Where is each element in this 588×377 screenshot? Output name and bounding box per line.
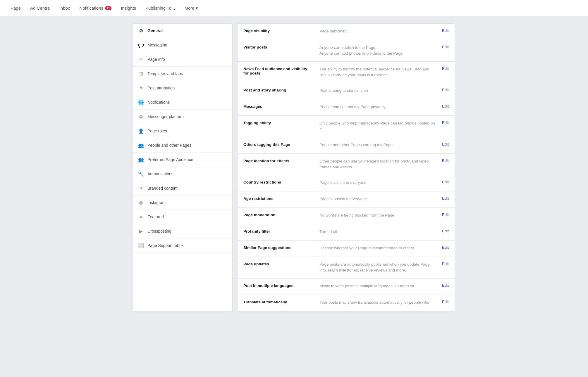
settings-label-age-restrictions: Age restrictions <box>243 196 314 201</box>
settings-row-translate-automatically: Translate automaticallyYour posts may sh… <box>238 295 455 311</box>
settings-value-translate-automatically: Your posts may show translations automat… <box>314 300 442 305</box>
sidebar-item-post-attribution[interactable]: ⚑Post attribution <box>133 81 232 95</box>
settings-edit-visitor-posts[interactable]: Edit <box>442 45 449 49</box>
sidebar-item-templates[interactable]: ⊞Templates and tabs <box>133 67 232 81</box>
settings-row-news-feed-audience: News Feed audience and visibility for po… <box>238 62 455 83</box>
sidebar-label-messenger-platform: Messenger platform <box>147 114 184 119</box>
settings-edit-profanity-filter[interactable]: Edit <box>442 229 449 233</box>
sidebar-item-page-support[interactable]: ⬜Page Support Inbox <box>133 238 232 253</box>
sidebar-icon-crossposting: ▶ <box>138 228 144 234</box>
sidebar-item-featured[interactable]: ★Featured <box>133 210 232 224</box>
sidebar-icon-notifications: 🌐 <box>138 99 144 105</box>
settings-value-visitor-posts: Anyone can publish to the Page. Anyone c… <box>314 45 442 57</box>
sidebar-label-general: General <box>147 28 163 33</box>
settings-edit-country-restrictions[interactable]: Edit <box>442 180 449 184</box>
sidebar-item-page-roles[interactable]: 👤Page roles <box>133 124 232 138</box>
sidebar-icon-messaging: 💬 <box>138 42 144 48</box>
settings-row-page-visibility: Page visibilityPage publishedEdit <box>238 24 455 40</box>
settings-row-profanity-filter: Profanity filterTurned offEdit <box>238 224 455 241</box>
sidebar-icon-featured: ★ <box>138 214 144 220</box>
settings-value-page-visibility: Page published <box>314 28 442 34</box>
sidebar-item-messaging[interactable]: 💬Messaging <box>133 38 232 52</box>
settings-label-profanity-filter: Profanity filter <box>243 229 314 234</box>
settings-value-similar-page-suggestions: Choose whether your Page is recommended … <box>314 245 442 251</box>
sidebar-label-preferred-audience: Preferred Page Audience <box>147 157 193 162</box>
sidebar-label-page-info: Page Info <box>147 57 165 62</box>
nav-item-inbox[interactable]: Inbox <box>55 0 75 16</box>
sidebar-item-crossposting[interactable]: ▶Crossposting <box>133 224 232 238</box>
settings-edit-age-restrictions[interactable]: Edit <box>442 196 449 200</box>
sidebar-label-page-support: Page Support Inbox <box>147 243 184 248</box>
settings-edit-tagging-ability[interactable]: Edit <box>442 120 449 125</box>
nav-label-insights: Insights <box>121 6 136 11</box>
settings-edit-page-visibility[interactable]: Edit <box>442 28 449 33</box>
settings-value-tagging-ability: Only people who help manage my Page can … <box>314 120 442 132</box>
sidebar-item-authorisations[interactable]: 🔧Authorisations <box>133 167 232 181</box>
nav-items: PageAd CentreInboxNotifications11Insight… <box>6 0 203 16</box>
settings-row-page-location-effects: Page location for effectsOther people ca… <box>238 154 455 175</box>
sidebar-item-messenger-platform[interactable]: ◎Messenger platform <box>133 110 232 124</box>
nav-item-more[interactable]: More ▾ <box>180 0 202 16</box>
sidebar-item-general[interactable]: ⚙General <box>133 24 232 38</box>
settings-edit-translate-automatically[interactable]: Edit <box>442 300 449 304</box>
sidebar-icon-templates: ⊞ <box>138 71 144 77</box>
sidebar-item-preferred-audience[interactable]: 👥Preferred Page Audience <box>133 153 232 167</box>
settings-label-page-location-effects: Page location for effects <box>243 158 314 163</box>
settings-row-age-restrictions: Age restrictionsPage is shown to everyon… <box>238 191 455 208</box>
settings-edit-page-moderation[interactable]: Edit <box>442 212 449 217</box>
settings-label-country-restrictions: Country restrictions <box>243 180 314 184</box>
settings-value-messages: People can contact my Page privately. <box>314 104 442 110</box>
nav-label-ad-centre: Ad Centre <box>30 6 50 11</box>
sidebar-label-featured: Featured <box>147 215 164 219</box>
settings-value-page-updates: Page posts are automatically published w… <box>314 262 442 274</box>
settings-value-country-restrictions: Page is visible to everyone. <box>314 180 442 186</box>
settings-edit-post-multiple-languages[interactable]: Edit <box>442 283 449 288</box>
sidebar-item-page-info[interactable]: ✏Page Info <box>133 52 232 67</box>
sidebar-label-post-attribution: Post attribution <box>147 86 175 90</box>
settings-row-page-moderation: Page moderationNo words are being blocke… <box>238 208 455 224</box>
settings-value-news-feed-audience: The ability to narrow the potential audi… <box>314 66 442 78</box>
nav-label-notifications: Notifications <box>79 6 103 11</box>
settings-value-post-story-sharing: Post sharing to stories is on <box>314 88 442 94</box>
settings-value-page-moderation: No words are being blocked from the Page… <box>314 212 442 218</box>
sidebar-icon-general: ⚙ <box>138 28 144 34</box>
settings-edit-page-updates[interactable]: Edit <box>442 262 449 266</box>
settings-edit-similar-page-suggestions[interactable]: Edit <box>442 245 449 250</box>
settings-label-post-story-sharing: Post and story sharing <box>243 88 314 92</box>
sidebar-item-people-other-pages[interactable]: 👥People and other Pages <box>133 138 232 153</box>
settings-row-country-restrictions: Country restrictionsPage is visible to e… <box>238 175 455 191</box>
sidebar-icon-page-support: ⬜ <box>138 243 144 248</box>
settings-row-page-updates: Page updatesPage posts are automatically… <box>238 257 455 279</box>
nav-label-more: More ▾ <box>184 6 198 11</box>
nav-item-publishing[interactable]: Publishing To... <box>141 0 180 16</box>
sidebar-icon-authorisations: 🔧 <box>138 171 144 177</box>
settings-label-tagging-ability: Tagging ability <box>243 120 314 125</box>
settings-edit-post-story-sharing[interactable]: Edit <box>442 88 449 92</box>
sidebar-label-messaging: Messaging <box>147 43 167 47</box>
top-nav: PageAd CentreInboxNotifications11Insight… <box>0 0 588 16</box>
settings-edit-messages[interactable]: Edit <box>442 104 449 108</box>
settings-row-tagging-ability: Tagging abilityOnly people who help mana… <box>238 116 455 137</box>
settings-value-profanity-filter: Turned off <box>314 229 442 235</box>
sidebar-label-notifications: Notifications <box>147 100 170 105</box>
sidebar-item-instagram[interactable]: ◎Instagram <box>133 196 232 210</box>
settings-edit-page-location-effects[interactable]: Edit <box>442 158 449 163</box>
nav-badge-notifications: 11 <box>105 6 111 10</box>
settings-edit-others-tagging[interactable]: Edit <box>442 142 449 146</box>
sidebar-item-branded-content[interactable]: ✦Branded content <box>133 181 232 196</box>
settings-label-translate-automatically: Translate automatically <box>243 300 314 304</box>
nav-label-inbox: Inbox <box>59 6 70 11</box>
nav-item-insights[interactable]: Insights <box>116 0 141 16</box>
settings-edit-news-feed-audience[interactable]: Edit <box>442 66 449 71</box>
nav-item-ad-centre[interactable]: Ad Centre <box>25 0 55 16</box>
nav-label-page: Page <box>11 6 21 11</box>
sidebar-icon-instagram: ◎ <box>138 200 144 205</box>
nav-item-page[interactable]: Page <box>6 0 25 16</box>
sidebar-item-notifications[interactable]: 🌐Notifications <box>133 95 232 110</box>
sidebar-label-authorisations: Authorisations <box>147 172 173 176</box>
nav-item-notifications[interactable]: Notifications11 <box>75 0 116 16</box>
sidebar-label-branded-content: Branded content <box>147 186 178 191</box>
settings-row-messages: MessagesPeople can contact my Page priva… <box>238 99 455 116</box>
sidebar-label-people-other-pages: People and other Pages <box>147 143 191 148</box>
settings-label-post-multiple-languages: Post in multiple languages <box>243 283 314 288</box>
